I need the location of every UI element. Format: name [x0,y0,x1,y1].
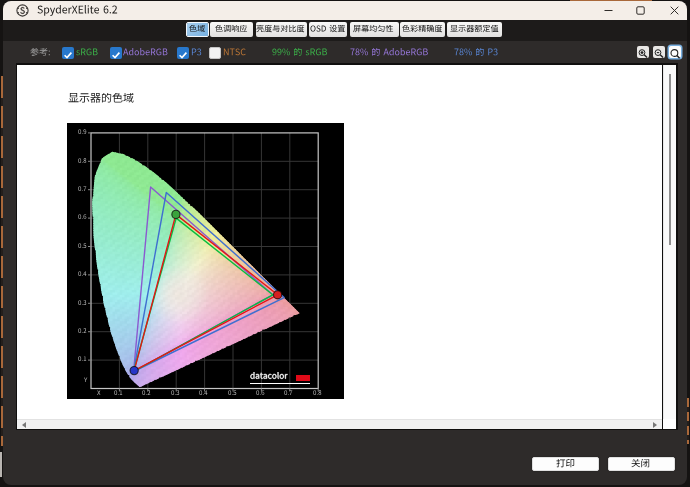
tab-label-text [402,25,444,33]
check-icon [177,49,189,61]
datacolor-logo-underline [250,383,311,384]
background-window-hint-right [687,398,689,444]
reference-option-text [123,48,169,57]
checkbox-AdobeRGB[interactable] [110,47,122,59]
zoom-in-icon [637,48,649,60]
text-glyphs [68,93,135,104]
dialog-close-button[interactable]: 关闭 [608,457,675,471]
titlebar: SpyderXElite 6.2 [3,1,687,20]
chromaticity-diagram [67,123,344,399]
check-icon [110,49,122,61]
axis-tick-label [97,390,102,396]
maximize-icon [636,6,645,15]
axis-tick-label [284,390,294,396]
axis-tick-label [78,243,88,249]
gamut-coverage-result-text [350,48,429,57]
gamut-chart: datacolor [67,123,344,399]
close-button-text [631,459,651,469]
text-glyphs [556,459,576,469]
checkbox-sRGB[interactable] [62,47,74,59]
minimize-icon [604,6,613,15]
gamut-coverage-result-text [454,48,499,57]
text-glyphs [30,48,52,57]
tab-screen-uniformity[interactable]: 屏幕均匀性 [350,22,399,37]
check-icon [62,49,74,61]
reference-option-sRGB[interactable]: sRGB [76,41,99,64]
tab-brightness-contrast[interactable]: 亮度与对比度 [256,22,307,37]
axis-tick-label [78,186,88,192]
tab-tone-response[interactable]: 色调响应 [210,22,253,37]
tab-label-text [450,25,500,33]
axis-tick-label [78,356,88,362]
app-icon [16,4,29,17]
display-primary-marker [171,210,179,218]
zoom-out-button[interactable] [653,46,665,58]
reference-label-glyphs [30,48,52,57]
reference-option-NTSC[interactable]: NTSC [223,41,247,64]
reference-option-text [191,48,203,57]
gamut-coverage-result-text [272,48,328,57]
report-page: 显示器的色域 datacolor [17,65,662,419]
tab-bar: 色域色调响应亮度与对比度OSD 设置屏幕均匀性色彩精确度显示器额定值 [3,20,687,41]
vertical-scrollbar[interactable] [663,65,677,419]
axis-tick-label [256,390,266,396]
tab-label-text [310,25,346,33]
scroll-left-arrow[interactable] [22,422,26,428]
scrollbar-corner [663,419,677,429]
gamut-coverage-result: 99% 的 sRGB [272,41,328,64]
gamut-coverage-result: 78% 的 P3 [454,41,499,64]
datacolor-logo-red-bar [296,375,310,382]
reference-option-text [76,48,99,57]
axis-tick-label [78,328,88,334]
page-title-text [68,93,135,104]
report-viewport: 显示器的色域 datacolor [16,63,678,430]
window-title-text [37,5,119,16]
datacolor-logo-text [250,372,288,381]
print-button-text [556,459,576,469]
display-primary-marker [130,366,138,374]
checkbox-NTSC[interactable] [209,47,221,59]
close-icon [670,6,679,15]
screenshot-root: SpyderXElite 6.2 色域色调响应亮度与对比度OSD 设置屏幕均匀性… [0,0,690,487]
page-title: 显示器的色域 [68,93,135,104]
zoom-fit-button[interactable] [669,46,681,58]
tab-display-rating[interactable]: 显示器额定值 [447,22,502,37]
tab-label-text [189,25,206,33]
axis-tick-label [78,271,88,277]
tab-gamut[interactable]: 色域 [186,22,209,37]
text-glyphs [37,5,119,16]
reference-option-P3[interactable]: P3 [191,41,203,64]
text-glyphs [631,459,651,469]
horizontal-scrollbar[interactable] [17,419,662,429]
gamut-coverage-result: 78% 的 AdobeRGB [350,41,429,64]
background-window-hint-left-gray [0,452,2,477]
display-primary-marker [273,290,281,298]
tab-label-text [215,25,248,33]
minimize-button[interactable] [593,1,623,20]
zoom-in-button[interactable] [637,46,649,58]
zoom-out-icon [653,48,665,60]
axis-tick-label [78,214,88,220]
maximize-button[interactable] [625,1,655,20]
reference-toolbar: 参考: sRGBAdobeRGBP3NTSC99% 的 sRGB78% 的 Ad… [3,41,687,64]
tab-label-text [256,25,306,33]
print-button[interactable]: 打印 [532,457,599,471]
axis-tick-label [78,158,88,164]
tab-color-accuracy[interactable]: 色彩精确度 [400,22,445,37]
vertical-scrollbar-thumb[interactable] [669,74,671,245]
reference-option-AdobeRGB[interactable]: AdobeRGB [123,41,169,64]
axis-tick-label [142,390,152,396]
axis-tick-label [78,129,88,135]
reference-label: 参考: [30,41,52,64]
axis-tick-label [228,390,238,396]
axis-tick-label [171,390,181,396]
checkbox-P3[interactable] [177,47,189,59]
tab-osd-settings[interactable]: OSD 设置 [309,22,347,37]
scroll-right-arrow[interactable] [653,422,657,428]
zoom-fit-icon [669,48,681,60]
app-window: SpyderXElite 6.2 色域色调响应亮度与对比度OSD 设置屏幕均匀性… [3,1,687,485]
close-button[interactable] [659,1,689,20]
axis-tick-label [199,390,209,396]
datacolor-logo: datacolor [250,373,311,386]
axis-tick-label [78,300,88,306]
